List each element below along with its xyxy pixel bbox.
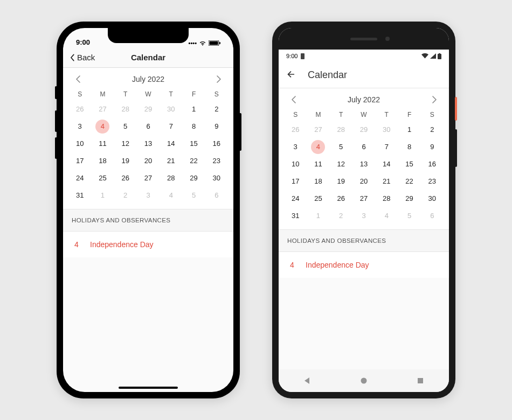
calendar-day[interactable]: 26 bbox=[284, 122, 307, 138]
calendar-day[interactable]: 18 bbox=[91, 153, 114, 169]
calendar-day[interactable]: 5 bbox=[398, 208, 420, 224]
calendar-day[interactable]: 8 bbox=[182, 118, 205, 135]
calendar-day[interactable]: 3 bbox=[352, 208, 375, 224]
calendar-day[interactable]: 30 bbox=[421, 191, 444, 207]
calendar-day[interactable]: 9 bbox=[205, 118, 228, 135]
calendar-day[interactable]: 18 bbox=[307, 173, 329, 190]
calendar-day[interactable]: 9 bbox=[421, 139, 444, 155]
weekday-label: W bbox=[352, 111, 375, 118]
calendar-day[interactable]: 4 bbox=[91, 118, 114, 135]
calendar-day[interactable]: 15 bbox=[182, 136, 205, 152]
calendar-day[interactable]: 1 bbox=[182, 101, 205, 117]
calendar-day[interactable]: 6 bbox=[205, 187, 228, 204]
nav-recent-icon[interactable] bbox=[417, 377, 424, 384]
calendar-day[interactable]: 30 bbox=[205, 170, 228, 186]
calendar-day[interactable]: 2 bbox=[330, 208, 352, 224]
calendar-day[interactable]: 25 bbox=[307, 191, 329, 207]
calendar-day[interactable]: 5 bbox=[182, 187, 205, 204]
prev-month-button[interactable] bbox=[287, 94, 299, 106]
calendar-day[interactable]: 11 bbox=[307, 156, 329, 172]
calendar-day[interactable]: 21 bbox=[160, 153, 182, 169]
calendar-day[interactable]: 6 bbox=[421, 208, 444, 224]
calendar-day[interactable]: 19 bbox=[114, 153, 137, 169]
calendar-day[interactable]: 24 bbox=[68, 170, 91, 186]
calendar-day[interactable]: 31 bbox=[284, 208, 307, 224]
calendar-day[interactable]: 7 bbox=[160, 118, 182, 135]
calendar-day[interactable]: 5 bbox=[114, 118, 137, 135]
nav-back-icon[interactable] bbox=[303, 377, 311, 384]
calendar-day[interactable]: 6 bbox=[137, 118, 160, 135]
calendar-day[interactable]: 13 bbox=[137, 136, 160, 152]
calendar-day[interactable]: 30 bbox=[160, 101, 182, 117]
calendar-day[interactable]: 28 bbox=[114, 101, 137, 117]
calendar-day[interactable]: 1 bbox=[307, 208, 329, 224]
calendar-day[interactable]: 27 bbox=[91, 101, 114, 117]
back-button[interactable]: Back bbox=[68, 53, 95, 62]
back-button[interactable] bbox=[286, 69, 296, 81]
calendar-day[interactable]: 26 bbox=[68, 101, 91, 117]
calendar-day[interactable]: 4 bbox=[307, 139, 329, 155]
calendar-day[interactable]: 29 bbox=[398, 191, 420, 207]
calendar-day[interactable]: 6 bbox=[352, 139, 375, 155]
calendar-day[interactable]: 23 bbox=[421, 173, 444, 190]
calendar-day[interactable]: 10 bbox=[68, 136, 91, 152]
calendar-day[interactable]: 12 bbox=[114, 136, 137, 152]
calendar-day[interactable]: 24 bbox=[284, 191, 307, 207]
event-row[interactable]: 4Independence Day bbox=[279, 252, 449, 278]
calendar-day[interactable]: 28 bbox=[375, 191, 398, 207]
calendar-day[interactable]: 7 bbox=[375, 139, 398, 155]
calendar-day[interactable]: 5 bbox=[330, 139, 352, 155]
calendar-day[interactable]: 29 bbox=[352, 122, 375, 138]
calendar-day[interactable]: 15 bbox=[398, 156, 420, 172]
calendar-day[interactable]: 3 bbox=[284, 139, 307, 155]
calendar-day[interactable]: 12 bbox=[330, 156, 352, 172]
calendar-day[interactable]: 3 bbox=[68, 118, 91, 135]
calendar-day[interactable]: 31 bbox=[68, 187, 91, 204]
calendar-day[interactable]: 1 bbox=[91, 187, 114, 204]
calendar-day[interactable]: 29 bbox=[137, 101, 160, 117]
calendar-day[interactable]: 2 bbox=[421, 122, 444, 138]
calendar-day[interactable]: 17 bbox=[68, 153, 91, 169]
calendar-day[interactable]: 28 bbox=[160, 170, 182, 186]
calendar-day[interactable]: 2 bbox=[205, 101, 228, 117]
calendar-day[interactable]: 29 bbox=[182, 170, 205, 186]
calendar-day[interactable]: 2 bbox=[114, 187, 137, 204]
calendar-day[interactable]: 14 bbox=[160, 136, 182, 152]
calendar-day[interactable]: 3 bbox=[137, 187, 160, 204]
calendar-day[interactable]: 8 bbox=[398, 139, 420, 155]
calendar-day[interactable]: 11 bbox=[91, 136, 114, 152]
nav-home-icon[interactable] bbox=[360, 377, 368, 384]
calendar-day[interactable]: 21 bbox=[375, 173, 398, 190]
calendar-day[interactable]: 26 bbox=[114, 170, 137, 186]
calendar-day[interactable]: 28 bbox=[330, 122, 352, 138]
svg-rect-3 bbox=[301, 53, 305, 59]
calendar-day[interactable]: 23 bbox=[205, 153, 228, 169]
calendar-day[interactable]: 4 bbox=[375, 208, 398, 224]
calendar-day[interactable]: 19 bbox=[330, 173, 352, 190]
calendar-day[interactable]: 4 bbox=[160, 187, 182, 204]
prev-month-button[interactable] bbox=[72, 73, 84, 85]
calendar-day[interactable]: 13 bbox=[352, 156, 375, 172]
calendar-day[interactable]: 22 bbox=[398, 173, 420, 190]
weekday-label: W bbox=[137, 90, 160, 98]
calendar-day[interactable]: 10 bbox=[284, 156, 307, 172]
calendar-day[interactable]: 25 bbox=[91, 170, 114, 186]
calendar-day[interactable]: 27 bbox=[352, 191, 375, 207]
next-month-button[interactable] bbox=[213, 73, 225, 85]
calendar-day[interactable]: 16 bbox=[205, 136, 228, 152]
next-month-button[interactable] bbox=[428, 94, 440, 106]
calendar-day[interactable]: 30 bbox=[375, 122, 398, 138]
chevron-right-icon bbox=[432, 96, 437, 103]
calendar-day[interactable]: 27 bbox=[137, 170, 160, 186]
calendar-day[interactable]: 20 bbox=[137, 153, 160, 169]
calendar-day[interactable]: 27 bbox=[307, 122, 329, 138]
event-name: Independence Day bbox=[90, 240, 154, 249]
calendar-day[interactable]: 20 bbox=[352, 173, 375, 190]
calendar-day[interactable]: 1 bbox=[398, 122, 420, 138]
calendar-day[interactable]: 22 bbox=[182, 153, 205, 169]
calendar-day[interactable]: 17 bbox=[284, 173, 307, 190]
calendar-day[interactable]: 16 bbox=[421, 156, 444, 172]
calendar-day[interactable]: 26 bbox=[330, 191, 352, 207]
calendar-day[interactable]: 14 bbox=[375, 156, 398, 172]
event-row[interactable]: 4Independence Day bbox=[63, 232, 233, 257]
